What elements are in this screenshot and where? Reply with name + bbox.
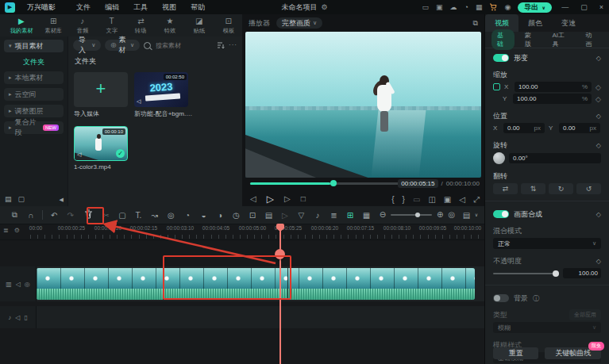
subtab-animation[interactable]: 动画 [580,29,603,50]
scale-x-input[interactable]: 100.00 % [515,82,592,92]
sidebar-item-project-media[interactable]: ▾ 项目素材 [4,40,64,52]
transform-toggle[interactable] [493,54,509,62]
aspect-ratio-icon[interactable]: ◫ [428,196,435,204]
stop-button[interactable]: □ [301,194,306,204]
gift-icon[interactable]: ▦ [476,3,483,11]
cloud-upload-icon[interactable]: ☁ [450,3,457,11]
sidebar-item-adjustment-layer[interactable]: ▸ 调整图层 [4,105,64,117]
keyframe-scale-y-icon[interactable]: ◇ [596,95,601,103]
text-tool-icon[interactable]: T. [130,211,147,220]
zoom-slider[interactable] [391,214,432,216]
keyboard-shortcut-icon[interactable]: ▦ [358,211,375,220]
chevron-down-icon[interactable]: ∨ [475,213,478,217]
collapse-panel-icon[interactable]: ◀ [60,197,64,202]
rotate-dial[interactable] [493,152,505,164]
media-tile-color3-clip[interactable]: 00:00:10 ◁ ✓ [74,126,128,161]
keyframe-rotate-icon[interactable]: ◇ [596,142,601,149]
mute-track-icon[interactable]: ♪ [310,211,326,220]
delete-icon[interactable] [79,209,98,220]
window-close-button[interactable]: × [597,3,606,11]
sidebar-item-local-media[interactable]: ▸ 本地素材 [4,71,64,84]
tab-transition[interactable]: ⇄ 转场 [127,17,155,35]
theme-icon[interactable]: ◔ [464,3,468,11]
flip-vertical-button[interactable]: ⇅ [521,183,545,194]
media-panel-toggle-icon[interactable]: ⧉ [6,210,23,220]
crop-preview-icon[interactable]: ▭ [413,196,420,204]
play-button[interactable]: ▷ [267,194,274,204]
chroma-key-icon[interactable]: ◑ [212,211,229,220]
duration-clock-icon[interactable]: ◔ [179,211,196,220]
screen-record-icon[interactable]: ▭ [422,3,430,11]
apply-to-all-button[interactable]: 全部应用 [569,309,601,320]
board-view-icon[interactable]: ▢ [18,196,25,203]
rotate-ccw-button[interactable]: ↺ [576,183,601,194]
focus-frame-icon[interactable]: ⊡ [245,211,261,220]
menu-edit[interactable]: 编辑 [98,2,126,13]
timeline-ruler[interactable]: ≣ ⚙ 00:00 00:00:00:25 00:00:01:20 00:00:… [0,224,484,240]
preview-quality-dropdown[interactable]: 完整画质 ∨ [276,17,322,29]
reset-transform-icon[interactable]: ◇ [596,55,601,62]
track-options-icon[interactable]: ▤ [260,211,277,220]
project-settings-icon[interactable]: ⚙ [321,3,327,11]
background-toggle[interactable] [493,294,509,302]
preview-quality-eye-icon[interactable]: ◎ [163,211,179,220]
keyframe-grid-icon[interactable]: ⊞ [342,211,359,220]
subtab-mask[interactable]: 蒙版 [519,29,542,50]
opacity-slider[interactable] [493,273,559,274]
shield-icon[interactable]: ▽ [293,211,310,220]
visibility-icon[interactable]: ◎ [25,281,30,288]
import-media-tile[interactable]: + [74,72,128,107]
subtab-basic[interactable]: 基础 [491,29,515,50]
menu-help[interactable]: 帮助 [183,2,212,13]
video-track-lane[interactable]: ▥ ◁ ◎ [0,266,484,301]
scrubber-knob[interactable] [330,180,337,186]
next-frame-button[interactable]: ▷ [284,194,291,204]
audio-track-head[interactable]: ♪ ◁ ▯ [0,306,37,328]
fullscreen-icon[interactable]: ⤢ [473,196,480,204]
previous-frame-button[interactable]: ◁ [250,194,256,204]
ruler-settings-icon[interactable]: ⚙ [14,227,20,234]
cart-icon[interactable] [489,3,497,11]
menu-view[interactable]: 视图 [155,2,183,13]
menu-file[interactable]: 文件 [69,2,98,13]
tab-stickers[interactable]: ◪ 贴纸 [185,17,213,35]
timer-icon[interactable]: ◷ [228,211,245,220]
video-clip-1-color3[interactable] [37,268,475,300]
mute-icon[interactable]: ◁ [15,314,20,321]
playhead-knob[interactable] [275,249,285,259]
zoom-in-icon[interactable]: ⊕ [437,211,443,219]
fit-timeline-icon[interactable]: ◎ [448,211,455,219]
preview-scrubber[interactable] [250,182,405,185]
snap-magnet-icon[interactable]: ∩ [23,211,40,220]
source-filter-button[interactable]: ◎ 素材 ∨ [105,40,140,51]
speed-ramp-icon[interactable]: ↝ [147,211,164,220]
scale-y-input[interactable]: 100.00 % [513,94,592,104]
undo-icon[interactable]: ↶ [46,211,63,220]
keyframe-position-icon[interactable]: ◇ [596,113,601,120]
filter-icon[interactable] [217,42,225,49]
tab-stock-media[interactable]: ⊞ 素材库 [40,17,67,35]
keyframe-opacity-icon[interactable]: ◇ [596,258,601,265]
sidebar-item-folder[interactable]: 文件夹 [4,56,64,67]
color-palette-icon[interactable]: ◒ [195,211,212,220]
mark-in-icon[interactable]: { [391,196,394,204]
link-scale-icon[interactable] [493,83,500,90]
rotate-input[interactable]: 0.00° [509,153,601,163]
sidebar-item-compound-clip[interactable]: ▸ 复合片段 NEW [4,121,64,134]
snapshot-icon[interactable]: ▣ [444,196,451,204]
save-icon[interactable]: ▣ [436,3,443,11]
playhead[interactable] [279,224,281,364]
keyframe-curve-button[interactable]: 关键帧曲线 限免 [545,347,601,359]
render-preview-icon[interactable]: ▷ [277,211,294,220]
opacity-value[interactable]: 100.00 [563,268,601,278]
reset-composite-icon[interactable]: ◇ [596,211,601,218]
rotate-cw-button[interactable]: ↻ [549,183,573,194]
lock-icon[interactable]: ▯ [24,314,27,321]
tab-text[interactable]: T 文字 [98,17,125,35]
import-button[interactable]: 导入 ∨ [73,40,101,51]
redo-icon[interactable]: ↷ [62,211,79,220]
window-maximize-button[interactable]: ▢ [578,3,590,11]
more-options-icon[interactable]: ··· [229,42,237,48]
volume-icon[interactable]: ◁ [459,196,465,204]
mute-icon[interactable]: ◁ [16,281,21,288]
